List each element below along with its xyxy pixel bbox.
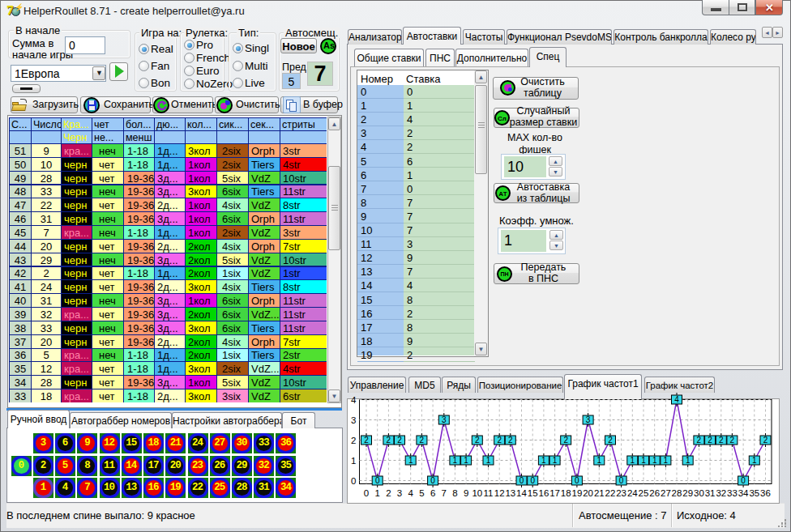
svg-text:1: 1 xyxy=(453,456,458,465)
svg-text:2: 2 xyxy=(397,436,402,445)
svg-text:2: 2 xyxy=(719,436,724,445)
svg-text:2: 2 xyxy=(364,436,369,445)
svg-text:0: 0 xyxy=(430,476,435,485)
svg-text:2: 2 xyxy=(475,436,480,445)
svg-text:31: 31 xyxy=(705,488,716,498)
svg-text:22: 22 xyxy=(605,488,616,498)
svg-text:6: 6 xyxy=(430,488,435,498)
svg-text:1: 1 xyxy=(641,456,646,465)
svg-text:2: 2 xyxy=(697,436,702,445)
svg-text:2: 2 xyxy=(508,436,513,445)
svg-text:2: 2 xyxy=(730,436,735,445)
svg-text:0: 0 xyxy=(530,476,535,485)
svg-text:1: 1 xyxy=(553,456,558,465)
svg-text:2: 2 xyxy=(351,436,356,445)
svg-text:4: 4 xyxy=(674,395,679,404)
svg-text:23: 23 xyxy=(616,488,626,498)
svg-text:1: 1 xyxy=(686,456,691,465)
svg-text:33: 33 xyxy=(727,488,738,498)
svg-text:32: 32 xyxy=(716,488,726,498)
svg-text:1: 1 xyxy=(408,456,413,465)
svg-text:2: 2 xyxy=(763,436,768,445)
svg-text:3: 3 xyxy=(397,488,402,498)
svg-text:20: 20 xyxy=(583,488,593,498)
svg-text:0: 0 xyxy=(741,476,746,485)
svg-text:4: 4 xyxy=(351,395,357,405)
svg-text:1: 1 xyxy=(464,456,468,465)
svg-text:8: 8 xyxy=(452,488,457,498)
svg-text:19: 19 xyxy=(572,488,583,498)
svg-text:1: 1 xyxy=(652,456,657,465)
svg-text:1: 1 xyxy=(486,456,491,465)
svg-text:2: 2 xyxy=(563,436,568,445)
svg-text:1: 1 xyxy=(597,456,602,465)
svg-text:34: 34 xyxy=(738,488,749,498)
svg-text:10: 10 xyxy=(472,488,482,498)
svg-text:12: 12 xyxy=(494,488,505,498)
svg-text:0: 0 xyxy=(351,476,356,486)
svg-text:0: 0 xyxy=(619,476,624,485)
svg-text:3: 3 xyxy=(442,415,447,424)
svg-text:18: 18 xyxy=(561,488,571,498)
svg-text:0: 0 xyxy=(364,488,369,498)
svg-text:4: 4 xyxy=(408,488,413,498)
svg-text:15: 15 xyxy=(528,488,538,498)
svg-text:26: 26 xyxy=(649,488,660,498)
svg-text:30: 30 xyxy=(694,488,704,498)
svg-text:2: 2 xyxy=(386,488,391,498)
svg-text:2: 2 xyxy=(708,436,712,445)
svg-text:25: 25 xyxy=(639,488,649,498)
svg-text:1: 1 xyxy=(374,488,379,498)
svg-text:28: 28 xyxy=(672,488,682,498)
svg-text:3: 3 xyxy=(586,415,591,424)
svg-text:24: 24 xyxy=(627,488,638,498)
svg-text:0: 0 xyxy=(375,476,380,485)
svg-text:0: 0 xyxy=(519,476,524,485)
svg-text:1: 1 xyxy=(541,456,546,465)
svg-text:13: 13 xyxy=(505,488,515,498)
svg-text:1: 1 xyxy=(664,456,669,465)
svg-text:11: 11 xyxy=(484,488,494,498)
svg-text:14: 14 xyxy=(516,488,527,498)
svg-text:2: 2 xyxy=(420,436,425,445)
svg-text:29: 29 xyxy=(682,488,693,498)
svg-text:17: 17 xyxy=(549,488,560,498)
svg-text:5: 5 xyxy=(419,488,424,498)
svg-text:1: 1 xyxy=(631,456,635,465)
svg-text:7: 7 xyxy=(442,488,447,498)
svg-text:35: 35 xyxy=(749,488,759,498)
svg-text:3: 3 xyxy=(351,415,356,425)
svg-text:16: 16 xyxy=(539,488,549,498)
svg-text:2: 2 xyxy=(608,436,613,445)
svg-text:2: 2 xyxy=(497,436,502,445)
svg-text:27: 27 xyxy=(661,488,671,498)
svg-text:21: 21 xyxy=(594,488,605,498)
svg-text:36: 36 xyxy=(760,488,771,498)
svg-text:0: 0 xyxy=(575,476,579,485)
svg-text:2: 2 xyxy=(387,436,391,445)
svg-text:1: 1 xyxy=(752,456,757,465)
svg-text:1: 1 xyxy=(351,456,356,466)
svg-text:9: 9 xyxy=(464,488,468,498)
